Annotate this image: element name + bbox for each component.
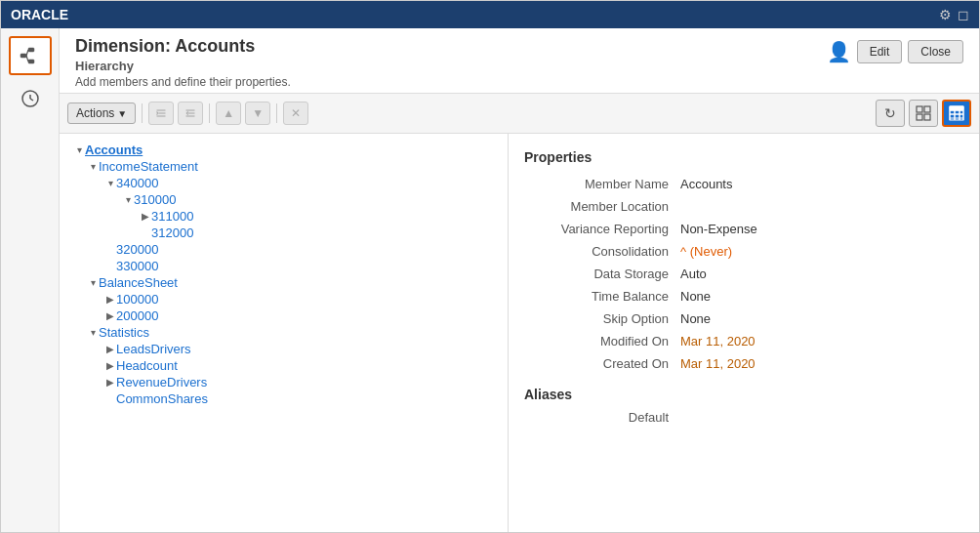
prop-row-member-location: Member Location: [524, 199, 963, 214]
actions-button[interactable]: Actions ▼: [67, 102, 136, 124]
tree-label-revenuedrivers[interactable]: RevenueDrivers: [116, 375, 207, 390]
svg-rect-16: [917, 114, 922, 120]
tree-node-accounts[interactable]: ▾ Accounts: [69, 142, 508, 158]
expand-icon-accounts: ▾: [73, 144, 85, 155]
svg-rect-17: [924, 114, 930, 120]
two-panel: ▾ Accounts ▾ IncomeStatement: [60, 134, 979, 532]
tree-label-commonshares[interactable]: CommonShares: [116, 391, 208, 406]
tree-node-310000[interactable]: ▾ 310000: [122, 191, 508, 208]
tree-label-311000[interactable]: 311000: [151, 209, 193, 224]
tree-node-headcount[interactable]: ▶ Headcount: [104, 357, 508, 374]
expand-icon-leadsdrivers: ▶: [104, 344, 116, 354]
tree-label-leadsdrivers[interactable]: LeadsDrivers: [116, 342, 191, 356]
topbar-icon-2[interactable]: ◻: [958, 7, 969, 22]
grid-icon: [916, 105, 931, 121]
toolbar-separator-2: [209, 103, 210, 123]
tree-node-balancesheet[interactable]: ▾ BalanceSheet: [87, 274, 508, 291]
prop-value-datastorage: Auto: [680, 266, 707, 281]
page-title: Dimension: Accounts: [75, 36, 291, 57]
svg-rect-2: [28, 60, 34, 63]
tree-node-revenuedrivers[interactable]: ▶ RevenueDrivers: [104, 374, 508, 390]
svg-line-3: [26, 50, 28, 56]
tree-label-330000[interactable]: 330000: [116, 259, 158, 273]
expand-icon-incomestatement: ▾: [87, 161, 99, 172]
prop-row-modifiedon: Modified On Mar 11, 2020: [524, 334, 963, 348]
prop-row-skipoption: Skip Option None: [524, 311, 963, 326]
tree-node-200000[interactable]: ▶ 200000: [104, 308, 508, 324]
tree-node-340000[interactable]: ▾ 340000: [104, 175, 508, 191]
svg-rect-20: [950, 106, 955, 110]
topbar-icon-1[interactable]: ⚙: [939, 7, 952, 22]
tree-node-100000[interactable]: ▶ 100000: [104, 291, 508, 308]
prop-value-consolidation: ^ (Never): [680, 244, 732, 259]
user-icon: 👤: [827, 40, 851, 63]
list-icon: [949, 105, 964, 121]
refresh-button[interactable]: ↻: [876, 100, 905, 127]
tree-node-incomestatement[interactable]: ▾ IncomeStatement: [87, 158, 508, 175]
svg-line-7: [30, 99, 33, 101]
indent-left-button[interactable]: [178, 102, 203, 125]
prop-value-modifiedon: Mar 11, 2020: [680, 334, 755, 348]
tree-label-100000[interactable]: 100000: [116, 292, 158, 307]
tree-label-statistics[interactable]: Statistics: [99, 325, 149, 340]
delete-button[interactable]: ✕: [283, 102, 308, 125]
svg-rect-0: [20, 54, 26, 58]
expand-icon-commonshares: [104, 393, 116, 404]
expand-icon-320000: [104, 244, 116, 255]
move-down-button[interactable]: ▼: [245, 102, 270, 125]
page-header-wrap: Dimension: Accounts Hierarchy Add member…: [60, 28, 979, 134]
page-header: Dimension: Accounts Hierarchy Add member…: [60, 28, 979, 94]
move-up-button[interactable]: ▲: [216, 102, 241, 125]
prop-value-variance: Non-Expense: [680, 222, 757, 236]
prop-row-variance: Variance Reporting Non-Expense: [524, 222, 963, 236]
move-down-icon: ▼: [252, 106, 264, 120]
edit-button[interactable]: Edit: [857, 40, 903, 63]
toolbar-separator-1: [142, 103, 143, 123]
tree-panel: ▾ Accounts ▾ IncomeStatement: [60, 134, 509, 532]
expand-icon-headcount: ▶: [104, 360, 116, 371]
toolbar-right: ↻: [876, 100, 971, 127]
tree-node-statistics[interactable]: ▾ Statistics: [87, 324, 508, 341]
tree-label-balancesheet[interactable]: BalanceSheet: [99, 275, 178, 290]
close-button[interactable]: Close: [908, 40, 963, 63]
tree-node-leadsdrivers[interactable]: ▶ LeadsDrivers: [104, 341, 508, 357]
tree-label-accounts[interactable]: Accounts: [85, 143, 143, 157]
expand-icon-revenuedrivers: ▶: [104, 377, 116, 388]
grid-view-button[interactable]: [909, 100, 938, 127]
tree-node-311000[interactable]: ▶ 311000: [140, 208, 508, 225]
tree-node-312000[interactable]: 312000: [140, 225, 508, 241]
tree-label-200000[interactable]: 200000: [116, 308, 158, 323]
tree-label-incomestatement[interactable]: IncomeStatement: [99, 159, 198, 174]
svg-rect-14: [917, 106, 922, 112]
toolbar-separator-3: [276, 103, 277, 123]
tree-label-headcount[interactable]: Headcount: [116, 358, 178, 373]
prop-label-modifiedon: Modified On: [524, 334, 680, 348]
tree-node-320000[interactable]: 320000: [104, 241, 508, 258]
tree-label-320000[interactable]: 320000: [116, 242, 158, 257]
indent-right-button[interactable]: [148, 102, 174, 125]
tree-node-commonshares[interactable]: CommonShares: [104, 390, 508, 407]
actions-arrow-icon: ▼: [117, 108, 127, 119]
aliases-title: Aliases: [524, 387, 963, 402]
list-view-button[interactable]: [942, 100, 971, 127]
prop-label-createdon: Created On: [524, 356, 680, 371]
prop-label-timebalance: Time Balance: [524, 289, 680, 304]
indent-right-icon: [155, 105, 167, 121]
sidebar-item-clock[interactable]: [9, 79, 52, 118]
tree-node-330000[interactable]: 330000: [104, 258, 508, 274]
prop-row-timebalance: Time Balance None: [524, 289, 963, 304]
tree-label-340000[interactable]: 340000: [116, 176, 158, 190]
prop-value-skipoption: None: [680, 311, 711, 326]
delete-icon: ✕: [291, 106, 301, 120]
hierarchy-icon: [20, 45, 41, 66]
expand-icon-100000: ▶: [104, 294, 116, 305]
tree-label-312000[interactable]: 312000: [151, 226, 193, 240]
prop-value-createdon: Mar 11, 2020: [680, 356, 755, 371]
expand-icon-310000: ▾: [122, 194, 134, 205]
prop-row-member-name: Member Name Accounts: [524, 177, 963, 191]
toolbar: Actions ▼: [60, 94, 979, 134]
sidebar-item-hierarchy[interactable]: [9, 36, 52, 75]
clock-icon: [20, 88, 41, 109]
svg-line-4: [26, 56, 28, 62]
tree-label-310000[interactable]: 310000: [134, 192, 176, 207]
